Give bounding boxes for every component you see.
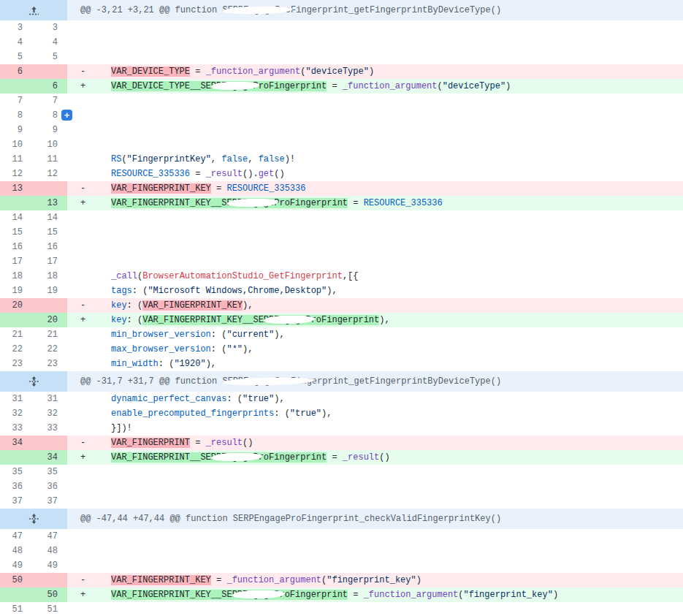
old-line-number[interactable] — [0, 196, 34, 210]
code-cell: -VAR_FINGERPRINT = _result() — [67, 436, 683, 450]
old-line-number[interactable]: 23 — [0, 357, 34, 371]
old-line-number[interactable]: 22 — [0, 342, 34, 357]
code-token: "fingerprint_key" — [464, 590, 553, 600]
code-cell — [67, 558, 683, 573]
new-line-number[interactable]: 22 — [34, 342, 67, 357]
new-line-number[interactable]: 48 — [34, 544, 67, 558]
new-line-number[interactable]: 13 — [34, 196, 67, 210]
old-line-number[interactable]: 37 — [0, 494, 34, 509]
code-token: dynamic_perfect_canvas — [111, 394, 226, 404]
old-line-number[interactable]: 14 — [0, 210, 34, 225]
added-line-marker: + — [80, 450, 85, 465]
old-line-number[interactable]: 11 — [0, 152, 34, 167]
new-line-number[interactable]: 19 — [34, 284, 67, 298]
new-line-number[interactable]: 36 — [34, 479, 67, 494]
new-line-number[interactable]: 5 — [34, 50, 67, 64]
code-token: _result — [343, 452, 379, 463]
new-line-number[interactable]: 16 — [34, 240, 67, 254]
old-line-number[interactable]: 18 — [0, 269, 34, 284]
old-line-number[interactable]: 51 — [0, 602, 34, 616]
old-line-number[interactable]: 12 — [0, 167, 34, 181]
old-line-number[interactable]: 13 — [0, 181, 34, 196]
old-line-number[interactable]: 6 — [0, 64, 34, 79]
old-line-number[interactable]: 7 — [0, 94, 34, 108]
new-line-number[interactable]: 6 — [34, 79, 67, 94]
new-line-number[interactable]: 3 — [34, 20, 67, 35]
code-cell — [67, 35, 683, 50]
diff-row: 1010 — [0, 137, 683, 152]
old-line-number[interactable]: 19 — [0, 284, 34, 298]
new-line-number[interactable]: 20 — [34, 313, 67, 327]
new-line-number[interactable] — [34, 298, 67, 313]
code-cell: +VAR_DEVICE_TYPE__SERPEngageProFingerpri… — [67, 79, 683, 94]
new-line-number[interactable]: 9 — [34, 123, 67, 137]
old-line-number[interactable]: 20 — [0, 298, 34, 313]
old-line-number[interactable]: 31 — [0, 392, 34, 406]
old-line-number[interactable]: 5 — [0, 50, 34, 64]
old-line-number[interactable] — [0, 588, 34, 602]
new-line-number[interactable]: 31 — [34, 392, 67, 406]
new-line-number[interactable]: 17 — [34, 254, 67, 269]
new-line-number[interactable]: 23 — [34, 357, 67, 371]
new-line-number[interactable] — [34, 181, 67, 196]
new-line-number[interactable]: 51 — [34, 602, 67, 616]
old-line-number[interactable]: 36 — [0, 479, 34, 494]
old-line-number[interactable]: 47 — [0, 529, 34, 544]
new-line-number[interactable]: 37 — [34, 494, 67, 509]
hunk-header-text: @@ -47,44 +47,44 @@ function SERPEngageP… — [80, 509, 501, 529]
code-cell — [67, 94, 683, 108]
new-line-number[interactable]: 49 — [34, 558, 67, 573]
new-line-number[interactable]: 15 — [34, 225, 67, 240]
old-line-number[interactable]: 21 — [0, 327, 34, 342]
new-line-number[interactable]: 4 — [34, 35, 67, 50]
new-line-number[interactable] — [34, 64, 67, 79]
old-line-number[interactable]: 8 — [0, 108, 34, 123]
new-line-number[interactable] — [34, 436, 67, 450]
add-line-comment-button[interactable]: + — [61, 110, 72, 121]
new-line-number[interactable]: 32 — [34, 406, 67, 421]
unfold-icon[interactable] — [27, 375, 40, 388]
new-line-number[interactable]: 7 — [34, 94, 67, 108]
old-line-number[interactable]: 33 — [0, 421, 34, 436]
old-line-number[interactable]: 48 — [0, 544, 34, 558]
old-line-number[interactable]: 17 — [0, 254, 34, 269]
new-line-number[interactable]: 21 — [34, 327, 67, 342]
old-line-number[interactable]: 9 — [0, 123, 34, 137]
new-line-number[interactable]: 12 — [34, 167, 67, 181]
new-line-number[interactable]: 18 — [34, 269, 67, 284]
added-line-marker: + — [80, 588, 85, 602]
old-line-number[interactable] — [0, 79, 34, 94]
old-line-number[interactable]: 49 — [0, 558, 34, 573]
old-line-number[interactable]: 16 — [0, 240, 34, 254]
new-line-number[interactable] — [34, 573, 67, 588]
new-line-number[interactable]: 33 — [34, 421, 67, 436]
code-token: RS — [111, 154, 121, 164]
old-line-number[interactable]: 34 — [0, 436, 34, 450]
old-line-number[interactable]: 3 — [0, 20, 34, 35]
old-line-number[interactable]: 10 — [0, 137, 34, 152]
new-line-number[interactable]: 50 — [34, 588, 67, 602]
old-line-number[interactable] — [0, 313, 34, 327]
old-line-number[interactable] — [0, 450, 34, 465]
old-line-number[interactable]: 15 — [0, 225, 34, 240]
old-line-number[interactable]: 50 — [0, 573, 34, 588]
new-line-number[interactable]: 11 — [34, 152, 67, 167]
code-token: }])! — [111, 423, 132, 433]
diff-row: 44 — [0, 35, 683, 50]
old-line-number[interactable]: 4 — [0, 35, 34, 50]
code-token: () — [243, 438, 253, 448]
new-line-number[interactable]: 35 — [34, 465, 67, 479]
old-line-number[interactable]: 35 — [0, 465, 34, 479]
code-cell — [67, 494, 683, 509]
hunk-gutter — [0, 509, 67, 529]
new-line-number[interactable]: 47 — [34, 529, 67, 544]
new-line-number[interactable]: 34 — [34, 450, 67, 465]
new-line-number[interactable]: 14 — [34, 210, 67, 225]
expand-up-icon[interactable] — [27, 4, 40, 17]
code-cell: }])! — [67, 421, 683, 436]
code-line: VAR_FINGERPRINT = _result() — [111, 436, 253, 450]
new-line-number[interactable]: 10 — [34, 137, 67, 152]
unfold-icon[interactable] — [27, 512, 40, 525]
old-line-number[interactable]: 32 — [0, 406, 34, 421]
code-token: = — [327, 81, 343, 91]
